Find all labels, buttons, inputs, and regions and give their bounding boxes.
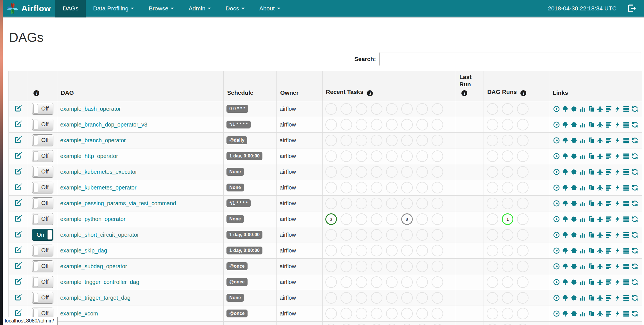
gantt-view-link[interactable] [606, 169, 612, 175]
dag-pause-toggle[interactable]: Off [32, 134, 53, 146]
task-instances-link[interactable] [614, 295, 621, 301]
code-view-link[interactable] [623, 200, 629, 207]
refresh-link[interactable] [632, 263, 638, 270]
graph-view-link[interactable] [571, 263, 577, 270]
landing-times-link[interactable] [597, 184, 603, 191]
task-tries-link[interactable] [588, 137, 595, 144]
task-tries-link[interactable] [588, 169, 595, 175]
tree-view-link[interactable] [562, 121, 568, 128]
refresh-link[interactable] [632, 184, 638, 191]
landing-times-link[interactable] [597, 121, 603, 128]
gantt-view-link[interactable] [606, 200, 612, 207]
landing-times-link[interactable] [597, 310, 603, 317]
refresh-link[interactable] [632, 169, 638, 175]
task-tries-link[interactable] [588, 153, 595, 159]
tree-view-link[interactable] [562, 137, 568, 144]
gantt-view-link[interactable] [606, 232, 612, 238]
graph-view-link[interactable] [571, 200, 577, 207]
task-duration-link[interactable] [579, 200, 586, 207]
dag-pause-toggle[interactable]: Off [32, 182, 53, 193]
graph-view-link[interactable] [571, 121, 577, 128]
edit-dag-button[interactable] [15, 105, 22, 113]
edit-dag-button[interactable] [15, 278, 22, 286]
task-instances-link[interactable] [614, 153, 621, 159]
task-duration-link[interactable] [579, 216, 586, 222]
gantt-view-link[interactable] [606, 106, 612, 112]
task-instances-link[interactable] [614, 169, 621, 175]
task-tries-link[interactable] [588, 106, 595, 112]
graph-view-link[interactable] [571, 153, 577, 159]
dag-name-link[interactable]: example_bash_operator [60, 106, 121, 112]
nav-item-data-profiling[interactable]: Data Profiling [86, 0, 141, 17]
task-duration-link[interactable] [579, 247, 586, 254]
gantt-view-link[interactable] [606, 216, 612, 222]
task-tries-link[interactable] [588, 216, 595, 222]
graph-view-link[interactable] [571, 169, 577, 175]
dag-name-link[interactable]: example_kubernetes_operator [60, 184, 136, 191]
graph-view-link[interactable] [571, 232, 577, 238]
dag-name-link[interactable]: example_skip_dag [60, 247, 107, 254]
task-duration-link[interactable] [579, 184, 586, 191]
refresh-link[interactable] [632, 121, 638, 128]
task-tries-link[interactable] [588, 200, 595, 207]
refresh-link[interactable] [632, 200, 638, 207]
task-duration-link[interactable] [579, 121, 586, 128]
tree-view-link[interactable] [562, 310, 568, 317]
dag-pause-toggle[interactable]: Off [32, 166, 53, 178]
dag-pause-toggle[interactable]: Off [32, 197, 53, 209]
task-instances-link[interactable] [614, 200, 621, 207]
task-instances-link[interactable] [614, 263, 621, 270]
tree-view-link[interactable] [562, 106, 568, 112]
trigger-dag-link[interactable] [553, 200, 560, 207]
dag-name-link[interactable]: example_http_operator [60, 153, 118, 159]
code-view-link[interactable] [623, 247, 629, 254]
gantt-view-link[interactable] [606, 247, 612, 254]
code-view-link[interactable] [623, 106, 629, 112]
gantt-view-link[interactable] [606, 137, 612, 144]
refresh-link[interactable] [632, 247, 638, 254]
refresh-link[interactable] [632, 216, 638, 222]
landing-times-link[interactable] [597, 169, 603, 175]
gantt-view-link[interactable] [606, 153, 612, 159]
graph-view-link[interactable] [571, 247, 577, 254]
task-instances-link[interactable] [614, 106, 621, 112]
edit-dag-button[interactable] [15, 183, 22, 192]
task-duration-link[interactable] [579, 106, 586, 112]
code-view-link[interactable] [623, 216, 629, 222]
task-tries-link[interactable] [588, 121, 595, 128]
nav-item-browse[interactable]: Browse [141, 0, 181, 17]
logout-button[interactable] [628, 4, 636, 13]
dag-pause-toggle[interactable]: Off [32, 150, 53, 162]
dag-name-link[interactable]: example_passing_params_via_test_command [60, 200, 176, 206]
task-instances-link[interactable] [614, 279, 621, 285]
task-tries-link[interactable] [588, 279, 595, 285]
task-duration-link[interactable] [579, 137, 586, 144]
trigger-dag-link[interactable] [553, 169, 560, 175]
trigger-dag-link[interactable] [553, 137, 560, 144]
tree-view-link[interactable] [562, 263, 568, 270]
task-instances-link[interactable] [614, 137, 621, 144]
task-instances-link[interactable] [614, 216, 621, 222]
dag-name-link[interactable]: example_trigger_controller_dag [60, 279, 139, 285]
gantt-view-link[interactable] [606, 263, 612, 270]
task-duration-link[interactable] [579, 279, 586, 285]
graph-view-link[interactable] [571, 106, 577, 112]
refresh-link[interactable] [632, 232, 638, 238]
graph-view-link[interactable] [571, 216, 577, 222]
landing-times-link[interactable] [597, 200, 603, 207]
dag-name-link[interactable]: example_xcom [60, 310, 98, 317]
airflow-brand[interactable]: Airflow [3, 0, 55, 17]
tree-view-link[interactable] [562, 153, 568, 159]
dag-run-circle[interactable]: 1 [502, 213, 513, 225]
edit-dag-button[interactable] [15, 168, 22, 176]
task-tries-link[interactable] [588, 184, 595, 191]
task-duration-link[interactable] [579, 169, 586, 175]
dag-name-link[interactable]: example_branch_operator [60, 137, 126, 143]
refresh-link[interactable] [632, 153, 638, 159]
task-instances-link[interactable] [614, 310, 621, 317]
edit-dag-button[interactable] [15, 246, 22, 255]
dag-pause-toggle[interactable]: Off [32, 276, 53, 288]
dag-name-link[interactable]: example_short_circuit_operator [60, 232, 139, 238]
dag-pause-toggle[interactable]: Off [32, 103, 53, 115]
task-instances-link[interactable] [614, 247, 621, 254]
